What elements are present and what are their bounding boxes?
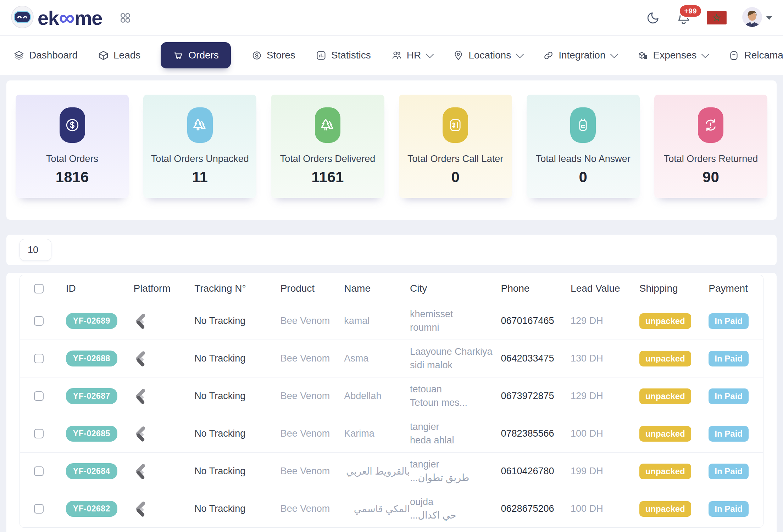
table-row: YF-02687 No Tracking Bee Venom Abdellah …	[20, 377, 763, 415]
nav-locations[interactable]: Locations	[453, 50, 523, 61]
payment-status-badge[interactable]: In Paid	[709, 313, 749, 329]
select-all-checkbox[interactable]	[34, 284, 44, 293]
chevron-down-icon	[516, 50, 524, 58]
col-id: ID	[66, 283, 134, 294]
phone-value: 0673972875	[501, 391, 571, 402]
morocco-flag-icon	[707, 11, 727, 24]
stat-value: 1161	[271, 169, 384, 198]
payment-status-badge[interactable]: In Paid	[709, 426, 749, 442]
stat-label: Total Orders Unpacked	[143, 153, 256, 164]
row-checkbox[interactable]	[34, 391, 44, 401]
stat-card-returned: Total Orders Returned 90	[654, 95, 767, 198]
order-id-badge[interactable]: YF-02689	[66, 313, 117, 329]
page-size-select[interactable]: 10	[20, 239, 51, 261]
shipping-status-badge[interactable]: unpacked	[639, 426, 691, 442]
shipping-status-badge[interactable]: unpacked	[639, 501, 691, 517]
user-menu[interactable]	[742, 7, 772, 29]
col-phone: Phone	[501, 283, 571, 294]
row-checkbox[interactable]	[34, 316, 44, 326]
language-flag-button[interactable]	[706, 10, 727, 26]
row-checkbox[interactable]	[34, 504, 44, 514]
calendar-icon	[570, 107, 596, 143]
lead-value: 129 DH	[571, 391, 639, 402]
app-logo[interactable]: ek∞me	[11, 5, 102, 30]
platform-flutter-icon	[133, 500, 148, 517]
product-value: Bee Venom	[281, 503, 344, 514]
nav-label: Stores	[267, 50, 295, 61]
forest-icon	[187, 107, 213, 143]
shipping-status-badge[interactable]: unpacked	[639, 464, 691, 479]
table-row: YF-02688 No Tracking Bee Venom Asma Laay…	[20, 340, 763, 377]
chevron-down-icon	[766, 16, 772, 20]
platform-flutter-icon	[133, 425, 148, 442]
stats-panel: Total Orders 1816 Total Orders Unpacked …	[6, 80, 777, 220]
nav-relcamation[interactable]: Relcamation	[728, 50, 783, 61]
table-row: YF-02684 No Tracking Bee Venom بالقرويط …	[20, 452, 763, 490]
order-id-badge[interactable]: YF-02685	[66, 426, 117, 442]
shipping-status-badge[interactable]: unpacked	[639, 351, 691, 366]
coin-icon	[251, 50, 262, 61]
infinity-glyph: ∞	[59, 7, 74, 29]
avatar	[742, 7, 762, 29]
table-row: YF-02682 No Tracking Bee Venom المكي قاس…	[20, 490, 763, 527]
row-checkbox[interactable]	[34, 429, 44, 438]
row-checkbox[interactable]	[34, 354, 44, 363]
nav-label: Relcamation	[744, 50, 783, 61]
nav-leads[interactable]: Leads	[98, 50, 140, 61]
chevron-down-icon	[426, 50, 434, 58]
col-payment: Payment	[709, 283, 763, 294]
nav-stores[interactable]: Stores	[251, 50, 295, 61]
nav-hr[interactable]: HR	[391, 50, 433, 61]
notification-count-badge: +99	[679, 4, 702, 18]
phone-value: 0670167465	[501, 315, 571, 326]
shipping-status-badge[interactable]: unpacked	[639, 313, 691, 329]
nav-statistics[interactable]: Statistics	[316, 50, 371, 61]
order-id-badge[interactable]: YF-02688	[66, 351, 117, 366]
cart-icon	[173, 50, 184, 61]
chevron-down-icon	[610, 50, 618, 58]
apps-grid-icon[interactable]	[118, 11, 132, 24]
phone-value: 0782385566	[501, 428, 571, 439]
city-value: tangierطريق تطوان...	[410, 458, 469, 485]
phone-value: 0642033475	[501, 353, 571, 364]
stat-label: Total leads No Answer	[527, 153, 640, 164]
dark-mode-toggle[interactable]	[645, 10, 661, 26]
nav-dashboard[interactable]: Dashboard	[13, 50, 78, 61]
order-id-badge[interactable]: YF-02682	[66, 501, 117, 517]
nav-expenses[interactable]: Expenses	[637, 50, 708, 61]
name-value: kamal	[344, 315, 410, 326]
city-value: oujdaحي اكدال...	[410, 495, 456, 522]
brand-wordmark: ek∞me	[38, 6, 102, 29]
stat-label: Total Orders Returned	[654, 153, 767, 164]
stat-value: 90	[654, 169, 767, 198]
phone-value: 0628675206	[501, 503, 571, 514]
payment-status-badge[interactable]: In Paid	[709, 464, 749, 479]
nav-orders[interactable]: Orders	[161, 42, 231, 68]
shipping-status-badge[interactable]: unpacked	[639, 388, 691, 404]
product-value: Bee Venom	[281, 466, 344, 477]
platform-flutter-icon	[133, 350, 148, 367]
payment-status-badge[interactable]: In Paid	[709, 351, 749, 366]
bar-chart-icon	[316, 50, 327, 61]
product-value: Bee Venom	[281, 353, 344, 364]
stat-label: Total Orders Call Later	[399, 153, 512, 164]
payment-status-badge[interactable]: In Paid	[709, 501, 749, 517]
order-id-badge[interactable]: YF-02687	[66, 388, 117, 404]
lead-value: 100 DH	[571, 428, 639, 439]
payment-status-badge[interactable]: In Paid	[709, 388, 749, 404]
row-checkbox[interactable]	[34, 466, 44, 476]
stat-value: 1816	[16, 169, 129, 198]
col-lead-value: Lead Value	[571, 283, 639, 294]
map-pin-icon	[453, 50, 464, 61]
lead-value: 100 DH	[571, 503, 639, 514]
package-icon	[98, 50, 109, 61]
refresh-alert-icon	[698, 107, 723, 143]
stat-card-call-later: Total Orders Call Later 0	[399, 95, 512, 198]
col-platform: Platform	[133, 283, 194, 294]
nav-integration[interactable]: Integration	[543, 50, 617, 61]
order-id-badge[interactable]: YF-02684	[66, 463, 117, 479]
product-value: Bee Venom	[281, 391, 344, 402]
col-shipping: Shipping	[639, 283, 709, 294]
notifications-button[interactable]: +99	[676, 10, 692, 26]
nav-label: Statistics	[331, 50, 371, 61]
